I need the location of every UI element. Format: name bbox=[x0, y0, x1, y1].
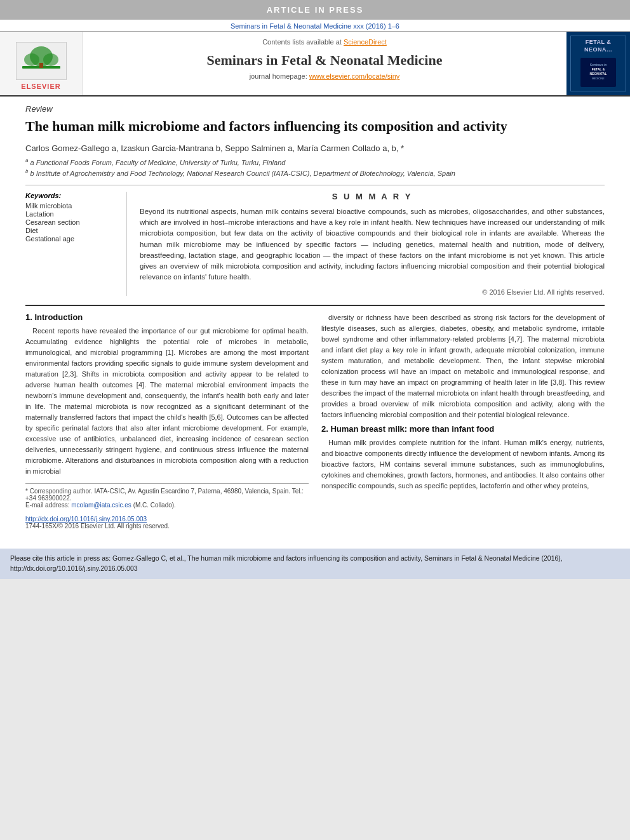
corresponding-note: * Corresponding author. IATA-CSIC, Av. A… bbox=[25, 488, 309, 502]
right-col-intro-text: diversity or richness have been describe… bbox=[321, 312, 605, 420]
section-separator bbox=[25, 305, 605, 306]
contents-label: Contents lists available at ScienceDirec… bbox=[262, 38, 387, 46]
email-link[interactable]: mcolam@iata.csic.es bbox=[71, 502, 131, 509]
svg-point-3 bbox=[43, 53, 58, 66]
keyword-5: Gestational age bbox=[25, 235, 116, 243]
author-names: Carlos Gomez-Gallego a, Izaskun Garcia-M… bbox=[25, 143, 404, 153]
right-logo-title: FETAL & NEONA... bbox=[571, 39, 626, 53]
affiliations: a a Functional Foods Forum, Faculty of M… bbox=[25, 157, 605, 178]
article-content: Review The human milk microbiome and fac… bbox=[0, 97, 630, 542]
affiliation-a: a a Functional Foods Forum, Faculty of M… bbox=[25, 157, 605, 168]
summary-col: S U M M A R Y Beyond its nutritional asp… bbox=[127, 192, 605, 296]
section2-para: Human milk provides complete nutrition f… bbox=[321, 437, 605, 491]
keyword-1: Milk microbiota bbox=[25, 202, 116, 210]
keywords-col: Keywords: Milk microbiota Lactation Cesa… bbox=[25, 192, 127, 296]
keyword-3: Cesarean section bbox=[25, 218, 116, 226]
doi-link[interactable]: http://dx.doi.org/10.1016/j.siny.2016.05… bbox=[25, 516, 147, 523]
doi-line: http://dx.doi.org/10.1016/j.siny.2016.05… bbox=[25, 516, 309, 523]
citation-line: Seminars in Fetal & Neonatal Medicine xx… bbox=[0, 20, 630, 32]
page-wrapper: ARTICLE IN PRESS Seminars in Fetal & Neo… bbox=[0, 0, 630, 579]
summary-section: Keywords: Milk microbiota Lactation Cesa… bbox=[25, 192, 605, 296]
bottom-citation-text: Please cite this article in press as: Go… bbox=[10, 554, 563, 572]
authors: Carlos Gomez-Gallego a, Izaskun Garcia-M… bbox=[25, 143, 605, 153]
article-in-press-banner: ARTICLE IN PRESS bbox=[0, 0, 630, 20]
introduction-heading: 1. Introduction bbox=[25, 312, 309, 322]
elsevier-tree-logo bbox=[16, 42, 67, 80]
keywords-title: Keywords: bbox=[25, 192, 116, 199]
svg-text:Seminars in: Seminars in bbox=[590, 63, 607, 67]
article-type: Review bbox=[25, 104, 605, 114]
homepage-link[interactable]: www.elsevier.com/locate/siny bbox=[309, 72, 399, 80]
journal-homepage: journal homepage: www.elsevier.com/locat… bbox=[250, 72, 400, 80]
journal-center: Contents lists available at ScienceDirec… bbox=[83, 32, 566, 95]
intro-para-1: Recent reports have revealed the importa… bbox=[25, 326, 309, 477]
section2-text: Human milk provides complete nutrition f… bbox=[321, 437, 605, 491]
body-columns: 1. Introduction Recent reports have reve… bbox=[25, 312, 605, 537]
email-line: E-mail address: mcolam@iata.csic.es (M.C… bbox=[25, 502, 309, 509]
keyword-2: Lactation bbox=[25, 210, 116, 218]
svg-text:MEDICINE: MEDICINE bbox=[592, 77, 605, 80]
journal-logo-right: FETAL & NEONA... Seminars in FETAL & NEO… bbox=[566, 32, 630, 95]
elsevier-wordmark: ELSEVIER bbox=[21, 83, 60, 90]
svg-text:NEONATAL: NEONATAL bbox=[589, 72, 607, 76]
section2-heading: 2. Human breast milk: more than infant f… bbox=[321, 424, 605, 434]
footnotes: * Corresponding author. IATA-CSIC, Av. A… bbox=[25, 483, 309, 530]
bottom-citation-bar: Please cite this article in press as: Go… bbox=[0, 549, 630, 579]
summary-text: Beyond its nutritional aspects, human mi… bbox=[140, 206, 605, 283]
article-title: The human milk microbiome and factors in… bbox=[25, 117, 605, 136]
keywords-section: Keywords: Milk microbiota Lactation Cesa… bbox=[25, 192, 116, 243]
right-intro-para: diversity or richness have been describe… bbox=[321, 312, 605, 420]
journal-header: ELSEVIER Contents lists available at Sci… bbox=[0, 32, 630, 97]
section-divider bbox=[25, 185, 605, 185]
svg-rect-4 bbox=[39, 63, 43, 68]
right-logo-box: FETAL & NEONA... Seminars in FETAL & NEO… bbox=[570, 36, 626, 91]
elsevier-logo-left: ELSEVIER bbox=[0, 32, 83, 95]
svg-text:FETAL &: FETAL & bbox=[592, 67, 605, 71]
banner-text: ARTICLE IN PRESS bbox=[267, 5, 364, 15]
svg-point-2 bbox=[24, 53, 39, 66]
body-right-col: diversity or richness have been describe… bbox=[321, 312, 605, 530]
issn-line: 1744-165X/© 2016 Elsevier Ltd. All right… bbox=[25, 523, 309, 530]
summary-copyright: © 2016 Elsevier Ltd. All rights reserved… bbox=[140, 288, 605, 296]
citation-text: Seminars in Fetal & Neonatal Medicine xx… bbox=[231, 22, 399, 30]
summary-header: S U M M A R Y bbox=[140, 192, 605, 201]
journal-title: Seminars in Fetal & Neonatal Medicine bbox=[207, 52, 443, 69]
keyword-4: Diet bbox=[25, 227, 116, 234]
affiliation-b: b b Institute of Agrochemistry and Food … bbox=[25, 168, 605, 178]
introduction-text: Recent reports have revealed the importa… bbox=[25, 326, 309, 477]
sciencedirect-link[interactable]: ScienceDirect bbox=[344, 38, 387, 46]
body-left-col: 1. Introduction Recent reports have reve… bbox=[25, 312, 309, 530]
